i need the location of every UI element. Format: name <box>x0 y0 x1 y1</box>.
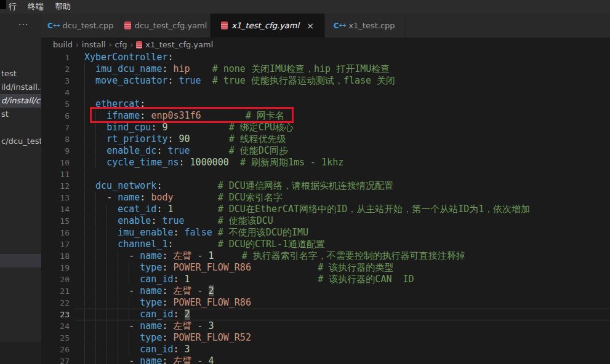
line-number: 22 <box>41 297 70 309</box>
indent-guides <box>84 110 106 121</box>
clipped-corner <box>0 0 6 9</box>
code-line[interactable]: 22 type: POWER_FLOW_R86 <box>41 297 610 309</box>
breadcrumb-segment[interactable]: cfg <box>115 40 127 49</box>
indent-guides <box>84 192 106 203</box>
code-line[interactable]: 27 - name: 左臂 - 4 <box>41 355 610 364</box>
sidebar-item[interactable]: st <box>0 108 41 121</box>
tab-x1_test.cpp[interactable]: C++x1_test.cpp <box>325 14 405 38</box>
code-line[interactable]: 20 can_id: 1 # 该执行器的CAN ID <box>41 274 610 285</box>
code-line-text: move_actuator: true # true 使能执行器运动测试，fla… <box>84 75 395 87</box>
line-number: 17 <box>41 239 70 250</box>
code-line[interactable]: 26 can_id: 3 <box>41 344 610 355</box>
chevron-right-icon: › <box>76 41 79 49</box>
breadcrumb-segment[interactable]: build <box>53 40 73 49</box>
code-line-text: - name: body # DCU索引名字 <box>84 192 283 204</box>
line-number: 9 <box>41 145 70 157</box>
code-line-text <box>84 87 95 98</box>
line-number: 10 <box>41 157 70 168</box>
breadcrumb-file[interactable]: x1_test_cfg.yaml <box>145 40 213 49</box>
code-line-text: ifname: enp0s31f6 # 网卡名 <box>84 110 284 122</box>
code-line[interactable]: 4 <box>41 87 610 98</box>
code-line[interactable]: 10 cycle_time_ns: 1000000 # 刷新周期1ms - 1k… <box>41 157 610 168</box>
tab-label: dcu_test_cfg.yaml <box>135 21 207 30</box>
code-line-text: cycle_time_ns: 1000000 # 刷新周期1ms - 1khz <box>84 157 343 168</box>
line-number: 21 <box>41 285 70 297</box>
line-number: 5 <box>41 98 70 110</box>
code-line[interactable]: 5 ethercat: <box>41 98 610 110</box>
code-line[interactable]: 24 - name: 左臂 - 3 <box>41 320 610 332</box>
line-number: 19 <box>41 262 70 274</box>
code-line[interactable]: 19 type: POWER_FLOW_R86 # 该执行器的类型 <box>41 262 610 274</box>
sidebar-bottom-section <box>0 342 41 364</box>
sidebar-item[interactable]: d/install/cfg <box>0 94 41 108</box>
code-line-text: ecat_id: 1 # DCU在EtherCAT网络中的ID，从主站开始，第一… <box>84 204 530 215</box>
code-line-text: enable_dc: true # 使能DC同步 <box>84 145 288 157</box>
indent-guides <box>84 239 118 250</box>
line-number: 3 <box>41 75 70 87</box>
indent-guides <box>84 98 95 109</box>
sidebar-item[interactable] <box>0 254 41 267</box>
indent-guides <box>84 63 95 74</box>
code-line-text: - name: 左臂 - 3 <box>84 320 214 332</box>
indent-guides <box>84 122 106 133</box>
code-line[interactable]: 6 ifname: enp0s31f6 # 网卡名 <box>41 110 610 122</box>
line-number: 12 <box>41 180 70 192</box>
code-line[interactable]: 1XyberController: <box>41 52 610 63</box>
sidebar-more-button[interactable]: ··· <box>0 20 41 30</box>
menu-item-1[interactable]: 终端 <box>22 0 49 14</box>
code-line-text: bind_cpu: 9 # 绑定CPU核心 <box>84 122 294 133</box>
indent-guides <box>84 274 140 285</box>
code-line[interactable]: 8 rt_priority: 90 # 线程优先级 <box>41 133 610 145</box>
breadcrumb-segment[interactable]: install <box>82 40 106 49</box>
line-number: 24 <box>41 320 70 332</box>
code-line[interactable]: 18 - name: 左臂 - 1 # 执行器索引名字，不需要控制的执行器可直接… <box>41 250 610 262</box>
sidebar-item[interactable]: ild/install... <box>0 81 41 94</box>
code-line-text: - name: 左臂 - 2 <box>84 285 214 297</box>
code-line-text: ethercat: <box>84 98 145 110</box>
cpp-file-icon: C++ <box>334 21 345 31</box>
code-line[interactable]: 9 enable_dc: true # 使能DC同步 <box>41 145 610 157</box>
code-line-text: rt_priority: 90 # 线程优先级 <box>84 133 286 145</box>
code-line-text: imu_enable: false # 不使用该DCU的IMU <box>84 227 308 239</box>
indent-guides <box>84 297 140 308</box>
tab-dcu_test.cpp[interactable]: C++dcu_test.cpp <box>41 14 121 38</box>
code-line[interactable]: 7 bind_cpu: 9 # 绑定CPU核心 <box>41 122 610 133</box>
line-number: 14 <box>41 204 70 215</box>
code-line-text: type: POWER_FLOW_R52 <box>84 332 251 344</box>
sidebar-item[interactable]: test <box>0 67 41 81</box>
code-line[interactable]: 25 type: POWER_FLOW_R52 <box>41 332 610 344</box>
code-editor[interactable]: 1XyberController:2 imu_dcu_name: hip # n… <box>41 52 610 364</box>
line-number: 27 <box>41 355 70 364</box>
close-icon[interactable]: × <box>307 21 314 31</box>
code-line-text: enable: true # 使能该DCU <box>84 215 273 227</box>
code-line[interactable]: 15 enable: true # 使能该DCU <box>41 215 610 227</box>
code-line[interactable]: 3 move_actuator: true # true 使能执行器运动测试，f… <box>41 75 610 87</box>
code-line-text: channel_1: # DCU的CTRL-1通道配置 <box>84 239 325 250</box>
code-line[interactable]: 17 channel_1: # DCU的CTRL-1通道配置 <box>41 239 610 250</box>
code-line[interactable]: 14 ecat_id: 1 # DCU在EtherCAT网络中的ID，从主站开始… <box>41 204 610 215</box>
code-line[interactable]: 12 dcu_network: # DCU通信网络，请根据实机连接情况配置 <box>41 180 610 192</box>
code-line[interactable]: 23 can_id: 2 <box>41 309 610 320</box>
line-number: 8 <box>41 133 70 145</box>
line-number: 1 <box>41 52 70 63</box>
code-line[interactable]: 16 imu_enable: false # 不使用该DCU的IMU <box>41 227 610 239</box>
tab-dcu_test_cfg.yaml[interactable]: dcu_test_cfg.yaml <box>121 14 211 38</box>
code-line[interactable]: 13 - name: body # DCU索引名字 <box>41 192 610 204</box>
code-line[interactable]: 2 imu_dcu_name: hip # none 关闭IMU检查，hip 打… <box>41 63 610 75</box>
tab-x1_test_cfg.yaml[interactable]: x1_test_cfg.yaml× <box>211 14 325 38</box>
code-line-text: - name: 左臂 - 1 # 执行器索引名字，不需要控制的执行器可直接注释掉 <box>84 250 465 262</box>
indent-guides <box>84 133 106 144</box>
line-number: 4 <box>41 87 70 98</box>
editor-tab-bar: C++dcu_test.cppdcu_test_cfg.yamlx1_test_… <box>41 14 610 38</box>
code-line[interactable]: 21 - name: 左臂 - 2 <box>41 285 610 297</box>
indent-guides <box>84 285 129 296</box>
indent-guides <box>84 145 106 156</box>
menu-item-2[interactable]: 帮助 <box>49 0 76 14</box>
tab-label: x1_test_cfg.yaml <box>231 21 299 30</box>
code-line-text: type: POWER_FLOW_R86 # 该执行器的类型 <box>84 262 393 274</box>
sidebar-item[interactable]: c/dcu_test... <box>0 135 41 148</box>
code-line[interactable]: 11 <box>41 168 610 180</box>
indent-guides <box>84 332 140 343</box>
line-number: 11 <box>41 168 70 180</box>
code-line-text: imu_dcu_name: hip # none 关闭IMU检查，hip 打开I… <box>84 63 390 75</box>
